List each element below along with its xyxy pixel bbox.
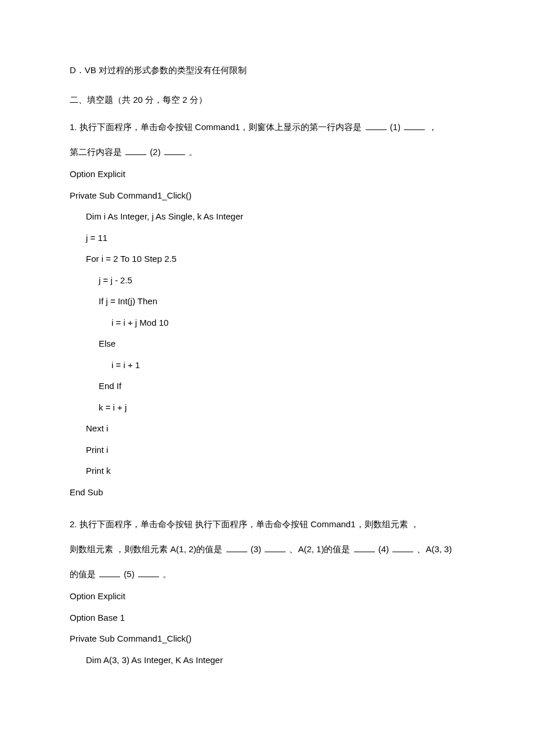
q1-code-l7: If j = Int(j) Then (70, 295, 464, 308)
q1-code-l2: Private Sub Command1_Click() (70, 189, 464, 203)
q2-intro-line3: 的值是 (5) 。 (70, 566, 464, 582)
blank-5-label: (5) (121, 569, 137, 579)
q1-intro-part-b: ， (428, 122, 437, 132)
q1-code-l8: i = i + j Mod 10 (70, 316, 464, 330)
blank-left-3 (226, 543, 247, 552)
q2-intro-line1: 2. 执行下面程序，单击命令按钮 执行下面程序，单击命令按钮 Command1，… (70, 516, 464, 532)
q2-code-l3: Private Sub Command1_Click() (70, 632, 464, 646)
q1-code-l6: j = j - 2.5 (70, 274, 464, 287)
blank-3-label: (3) (248, 544, 264, 554)
blank-left-4 (354, 543, 375, 552)
q1-line2-a: 第二行内容是 (70, 147, 124, 157)
blank-left-5 (99, 568, 120, 577)
blank-left-1 (366, 121, 387, 130)
blank-right-4 (392, 543, 413, 552)
q1-line2-b: 。 (189, 147, 197, 157)
q1-code-l15: Print k (70, 465, 464, 478)
q2-line3-a: 的值是 (70, 569, 98, 579)
blank-right-3 (265, 543, 286, 552)
blank-4-label: (4) (376, 544, 392, 554)
q2-mid-a: 、A(2, 1)的值是 (289, 544, 352, 554)
q1-intro-line1: 1. 执行下面程序，单击命令按钮 Command1，则窗体上显示的第一行内容是 … (70, 119, 464, 135)
blank-1-label: (1) (388, 122, 403, 132)
q1-code-l1: Option Explicit (70, 168, 464, 181)
q1-code-l13: Next i (70, 422, 464, 435)
q2-intro-line2: 则数组元素 ，则数组元素 A(1, 2)的值是 (3) 、A(2, 1)的值是 … (70, 541, 464, 557)
document-page: D．VB 对过程的形式参数的类型没有任何限制 二、填空题（共 20 分，每空 2… (0, 0, 534, 701)
blank-right-5 (138, 568, 159, 577)
q1-intro-part-a: 1. 执行下面程序，单击命令按钮 Command1，则窗体上显示的第一行内容是 (70, 122, 365, 132)
option-d-text: D．VB 对过程的形式参数的类型没有任何限制 (70, 64, 464, 77)
q2-intro-a: 2. 执行下面程序，单击命令按钮 执行下面程序，单击命令按钮 Command1，… (70, 519, 419, 529)
q1-code-l3: Dim i As Integer, j As Single, k As Inte… (70, 210, 464, 224)
q1-code-l10: i = i + 1 (70, 359, 464, 372)
q1-intro-line2: 第二行内容是 (2) 。 (70, 144, 464, 160)
q2-code-l4: Dim A(3, 3) As Integer, K As Integer (70, 654, 464, 667)
q1-code-l9: Else (70, 337, 464, 351)
q2-code-l2: Option Base 1 (70, 611, 464, 625)
blank-right-1 (404, 121, 425, 130)
q1-code-l14: Print i (70, 444, 464, 457)
q2-line3-b: 。 (163, 569, 171, 579)
q1-code-l4: j = 11 (70, 232, 464, 245)
q1-code-l5: For i = 2 To 10 Step 2.5 (70, 253, 464, 266)
q1-code-l11: End If (70, 380, 464, 393)
blank-2-label: (2) (147, 147, 163, 157)
blank-right-2 (164, 146, 185, 155)
q1-code-l12: k = i + j (70, 401, 464, 415)
q2-code-l1: Option Explicit (70, 590, 464, 603)
q2-mid-b: 、A(3, 3) (417, 544, 452, 554)
q2-line2-a: 则数组元素 ，则数组元素 A(1, 2)的值是 (70, 544, 225, 554)
q1-code-l16: End Sub (70, 486, 464, 499)
section-2-heading: 二、填空题（共 20 分，每空 2 分） (70, 93, 464, 107)
blank-left-2 (125, 146, 146, 155)
